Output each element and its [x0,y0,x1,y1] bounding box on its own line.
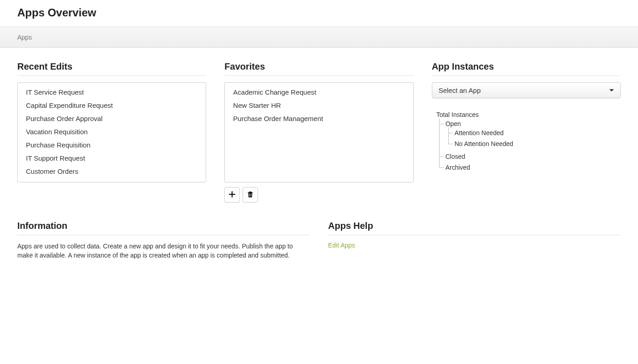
list-item[interactable]: Academic Change Request [225,86,413,99]
app-instances-title: App Instances [432,61,621,76]
information-title: Information [17,221,310,235]
dropdown-label: Select an App [439,86,481,94]
tree-node-open[interactable]: Open [446,120,461,127]
breadcrumb[interactable]: Apps [17,34,32,41]
list-item[interactable]: Vacation Requisition [18,125,206,138]
favorites-list[interactable]: Academic Change Request New Starter HR P… [224,82,413,182]
tree-node-total[interactable]: Total Instances [436,111,479,118]
list-item[interactable]: Purchase Order Management [225,112,413,125]
list-item[interactable]: New Starter HR [225,99,413,112]
list-item[interactable]: IT Support Request [18,152,206,165]
recent-edits-list[interactable]: IT Service Request Capital Expenditure R… [17,82,206,182]
favorites-panel: Favorites Academic Change Request New St… [224,61,413,202]
delete-favorite-button[interactable] [243,187,258,202]
list-item[interactable]: Purchase Order Approval [18,112,206,125]
information-body: Apps are used to collect data. Create a … [17,242,309,260]
recent-edits-panel: Recent Edits IT Service Request Capital … [17,61,206,202]
app-instances-panel: App Instances Select an App Total Instan… [432,61,621,202]
apps-help-panel: Apps Help Edit Apps [328,221,621,260]
breadcrumb-bar: Apps [0,27,638,48]
select-app-dropdown[interactable]: Select an App [432,82,621,98]
list-item[interactable]: Purchase Requisition [18,138,206,152]
tree-node-no-attention-needed[interactable]: No Attention Needed [455,140,513,147]
page-title: Apps Overview [17,6,621,19]
list-item[interactable]: IT Service Request [18,86,206,99]
list-item[interactable]: Customer Orders [18,165,206,178]
svg-rect-2 [249,193,250,196]
edit-apps-link[interactable]: Edit Apps [328,242,355,249]
tree-node-attention-needed[interactable]: Attention Needed [455,129,504,136]
tree-node-closed[interactable]: Closed [446,153,466,160]
recent-edits-title: Recent Edits [17,61,206,76]
caret-down-icon [609,89,614,91]
plus-icon [228,190,236,200]
page-header: Apps Overview [0,0,638,27]
list-item[interactable]: Capital Expenditure Request [18,99,206,112]
information-panel: Information Apps are used to collect dat… [17,221,310,260]
trash-icon [246,190,254,200]
tree-node-archived[interactable]: Archived [446,164,470,171]
instances-tree: Total Instances Open Attention Needed No… [432,109,621,175]
apps-help-title: Apps Help [328,221,621,235]
add-favorite-button[interactable] [224,187,240,202]
favorites-actions [224,187,413,202]
favorites-title: Favorites [224,61,413,76]
svg-rect-3 [251,193,251,196]
